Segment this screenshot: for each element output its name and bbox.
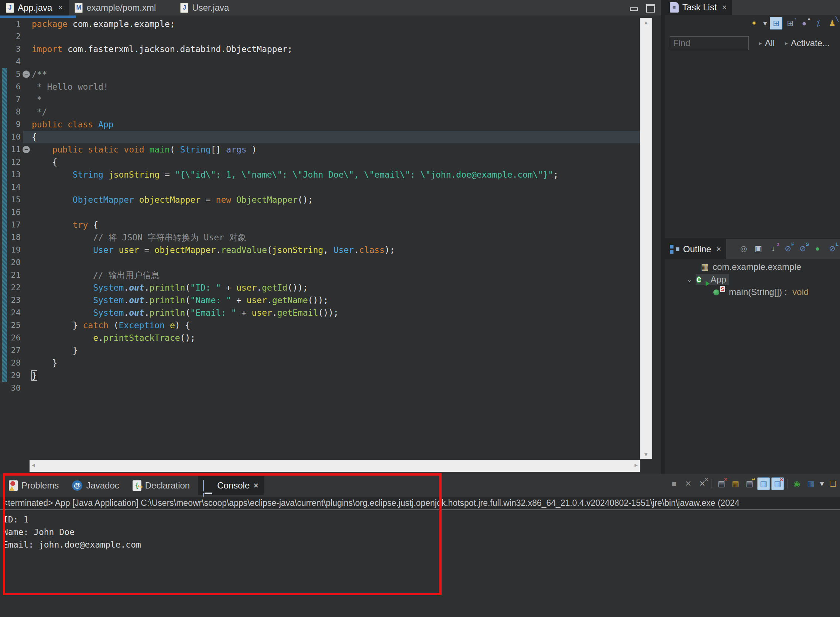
code-line-6[interactable]: 6 * Hello world! [0,81,640,93]
code-line-20[interactable]: 20 [0,256,640,269]
line-number[interactable]: 26 [0,332,21,344]
code-line-2[interactable]: 2 [0,30,640,43]
word-wrap-icon[interactable]: ▤↵ [743,477,756,490]
line-number[interactable]: 10 [0,131,21,143]
console-output[interactable]: ID: 1Name: John DoeEmail: john.doe@examp… [0,511,840,617]
code-line-17[interactable]: 17 try { [0,218,640,231]
find-input[interactable] [670,36,749,50]
remove-launch-icon[interactable]: ✕ [682,477,695,490]
line-number[interactable]: 30 [0,382,21,394]
collapse-all-icon[interactable]: ◎ [737,242,750,255]
working-sets-icon[interactable]: ●● [798,17,810,30]
line-number[interactable]: 9 [0,118,21,131]
code-line-9[interactable]: 9public class App [0,118,640,131]
chevron-down-icon[interactable]: ⌄ [687,276,692,283]
editor-tab-example-pom-xml[interactable]: Mexample/pom.xml [69,0,162,16]
line-number[interactable]: 16 [0,206,21,218]
hide-static-fields-icon[interactable]: ⊘F [782,242,794,255]
fold-collapse-icon[interactable]: − [22,146,30,153]
line-number[interactable]: 24 [0,307,21,319]
line-number[interactable]: 11 [0,143,21,156]
outline-item-app[interactable]: ⌄CApp [664,273,840,286]
code-line-18[interactable]: 18 // 将 JSON 字符串转换为 User 对象 [0,231,640,244]
line-number[interactable]: 12 [0,156,21,168]
line-number[interactable]: 22 [0,281,21,294]
categorized-view-icon[interactable]: ⊞ [770,17,782,30]
pin-console-icon[interactable]: ◉ [791,477,803,490]
code-line-25[interactable]: 25 } catch (Exception e) { [0,319,640,332]
code-line-11[interactable]: 11− public static void main( String[] ar… [0,143,640,156]
code-line-30[interactable]: 30 [0,382,640,394]
tab-task-list[interactable]: ≡ Task List × [664,0,732,15]
filter-activate[interactable]: ▸ Activate... [785,38,830,49]
tab-declaration[interactable]: {↪Declaration [127,476,195,495]
outline-item-com-example-example[interactable]: ▦com.example.example [664,261,840,273]
line-number[interactable]: 20 [0,256,21,269]
line-number[interactable]: 2 [0,30,21,43]
code-line-5[interactable]: 5−/** [0,68,640,81]
line-number[interactable]: 17 [0,218,21,231]
minimize-icon[interactable] [630,7,638,11]
line-number[interactable]: 23 [0,294,21,307]
code-line-15[interactable]: 15 ObjectMapper objectMapper = new Objec… [0,193,640,206]
close-icon[interactable]: × [716,244,721,254]
line-number[interactable]: 3 [0,43,21,55]
editor-tab-app-java[interactable]: JApp.java× [0,0,69,16]
code-line-10[interactable]: 10{ [0,131,640,143]
code-line-16[interactable]: 16 [0,206,640,218]
show-stderr-when-changed-icon[interactable]: ▥✕ [771,477,784,490]
code-line-22[interactable]: 22 System.out.println("ID: " + user.getI… [0,281,640,294]
code-line-23[interactable]: 23 System.out.println("Name: " + user.ge… [0,294,640,307]
code-line-26[interactable]: 26 e.printStackTrace(); [0,332,640,344]
sort-icon[interactable]: ↓z [767,242,779,255]
code-line-12[interactable]: 12 { [0,156,640,168]
maximize-icon[interactable] [646,4,655,13]
show-stdout-when-changed-icon[interactable]: ▥ [757,477,770,490]
new-task-dropdown-icon[interactable]: ▾ [762,17,768,30]
code-line-3[interactable]: 3import com.fasterxml.jackson.databind.O… [0,43,640,55]
outline-item-main-string-[interactable]: Smain(String[]) : void [664,286,840,298]
scroll-lock-icon[interactable]: ▦ [729,477,742,490]
hide-fields-icon[interactable]: ▣ [752,242,765,255]
tab-console[interactable]: Console× [198,476,264,495]
line-number[interactable]: 14 [0,181,21,193]
line-number[interactable]: 15 [0,193,21,206]
code-line-27[interactable]: 27 } [0,344,640,357]
display-selected-console-icon[interactable]: ▥ [805,477,817,490]
hide-local-types-icon[interactable]: ⊘L [826,242,839,255]
line-number[interactable]: 29 [0,369,21,382]
line-number[interactable]: 7 [0,93,21,106]
code-line-19[interactable]: 19 User user = objectMapper.readValue(js… [0,244,640,256]
code-line-7[interactable]: 7 * [0,93,640,106]
close-icon[interactable]: × [58,3,63,13]
code-line-28[interactable]: 28 } [0,357,640,369]
editor-horizontal-scrollbar[interactable]: ◂ ▸ [30,460,640,472]
code-line-29[interactable]: 29} [0,369,640,382]
show-instance-icon[interactable]: ● [811,242,824,255]
scheduled-view-icon[interactable]: ⊞◔ [784,17,796,30]
editor-vertical-scrollbar[interactable]: ▲ ▼ [640,18,652,459]
line-number[interactable]: 25 [0,319,21,332]
terminate-icon[interactable]: ■ [668,477,681,490]
new-task-icon[interactable]: ✦ [748,17,760,30]
code-line-4[interactable]: 4 [0,55,640,68]
line-number[interactable]: 1 [0,18,21,30]
tab-outline[interactable]: Outline × [664,239,726,259]
open-console-icon[interactable]: ❏ [827,477,839,490]
close-icon[interactable]: × [253,480,258,491]
scroll-down-icon[interactable]: ▼ [640,451,652,458]
close-icon[interactable]: × [722,3,727,12]
editor-tab-user-java[interactable]: JUser.java [174,0,235,16]
code-line-1[interactable]: 1package com.example.example; [0,18,640,30]
line-number[interactable]: 8 [0,106,21,118]
fold-collapse-icon[interactable]: − [22,71,30,78]
line-number[interactable]: 27 [0,344,21,357]
remove-all-terminated-icon[interactable]: ✕✕ [696,477,709,490]
line-number[interactable]: 13 [0,168,21,181]
code-line-21[interactable]: 21 // 输出用户信息 [0,269,640,281]
console-dropdown-icon[interactable]: ▾ [819,477,825,490]
line-number[interactable]: 5 [0,68,21,81]
scroll-up-icon[interactable]: ▲ [640,19,652,25]
code-line-8[interactable]: 8 */ [0,106,640,118]
personalize-icon[interactable]: ♟╲ [826,17,839,30]
